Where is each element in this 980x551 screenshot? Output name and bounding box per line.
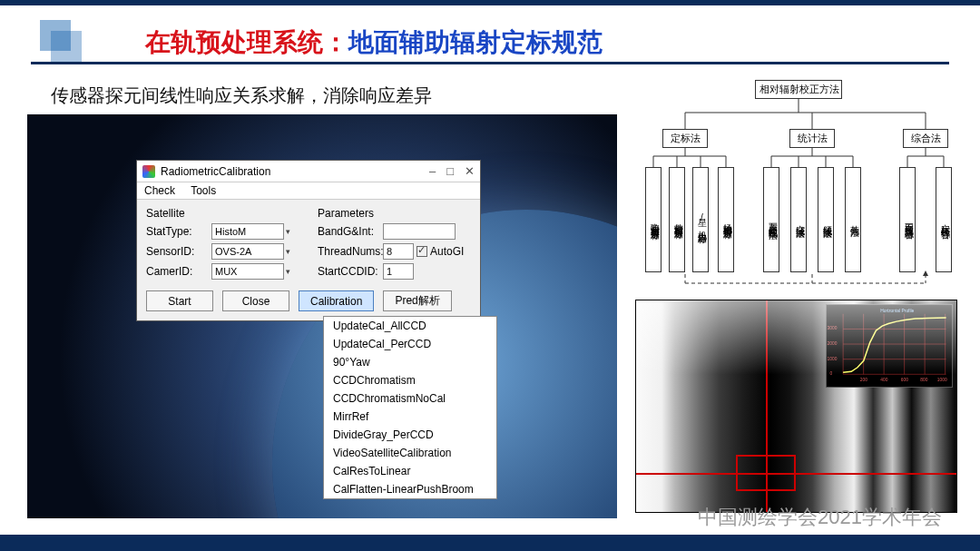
- crosshair-v: [766, 300, 768, 512]
- leaf-c1: 不同校正算法融合: [899, 167, 916, 272]
- title-part-red: 在轨预处理系统：: [145, 28, 348, 56]
- slide-title: 在轨预处理系统：地面辅助辐射定标规范: [145, 25, 603, 60]
- leaf-c2: 定标与统计综合: [936, 167, 952, 272]
- dropdown-item[interactable]: CCDChromatism: [324, 371, 496, 389]
- calibration-dialog: RadiometricCalibration – □ ✕ Check Tools…: [136, 160, 481, 321]
- selection-box: [736, 455, 796, 491]
- diagram-branch-c: 综合法: [903, 129, 948, 148]
- diagram-branch-a: 定标法: [662, 129, 708, 148]
- start-button[interactable]: Start: [146, 290, 213, 311]
- diagram-root: 相对辐射校正方法: [755, 80, 842, 99]
- close-button[interactable]: Close: [222, 290, 289, 311]
- bandint-input[interactable]: [383, 223, 456, 240]
- dialog-title-text: RadiometricCalibration: [161, 165, 270, 178]
- camerid-label: CamerID:: [146, 265, 211, 278]
- title-part-blue: 地面辅助辐射定标规范: [348, 28, 603, 56]
- dropdown-item[interactable]: UpdateCal_PerCCD: [324, 335, 496, 353]
- title-underline: [31, 62, 949, 64]
- leaf-a2: 室外相对辐射定标: [669, 167, 685, 272]
- app-icon: [142, 165, 155, 178]
- footer-watermark: 中国测绘学会2021学术年会: [698, 504, 942, 531]
- slide-bottom-bar: [0, 535, 980, 551]
- dialog-menubar: Check Tools: [137, 182, 480, 200]
- menu-check[interactable]: Check: [144, 184, 175, 197]
- menu-tools[interactable]: Tools: [191, 184, 216, 197]
- svg-text:0: 0: [829, 371, 832, 376]
- svg-rect-26: [828, 305, 952, 387]
- calibration-button[interactable]: Calibration: [299, 290, 374, 311]
- leaf-b2: 空域滤波法: [790, 167, 807, 272]
- autogi-checkbox[interactable]: [416, 246, 427, 257]
- diagram-branch-b: 统计法: [789, 129, 835, 148]
- group-parameters-legend: Parameters: [318, 207, 471, 220]
- horizontal-profile-plot: 0 1000 2000 3000 200 400 600 800 1000 Ho…: [826, 304, 953, 388]
- calibration-dropdown[interactable]: UpdateCal_AllCCD UpdateCal_PerCCD 90°Yaw…: [323, 316, 497, 499]
- histogram-preview: 0 1000 2000 3000 200 400 600 800 1000 Ho…: [635, 300, 957, 513]
- bandint-label: BandG&Int:: [318, 225, 383, 238]
- sensorid-input[interactable]: [211, 243, 284, 260]
- svg-text:1000: 1000: [937, 378, 947, 382]
- leaf-a4: 场地相对辐射定标: [718, 167, 734, 272]
- svg-text:2000: 2000: [828, 341, 838, 346]
- leaf-a1: 实验室相对辐射定标: [645, 167, 662, 272]
- autogi-label: AutoGI: [430, 245, 464, 258]
- svg-text:3000: 3000: [828, 326, 838, 330]
- maximize-icon[interactable]: □: [446, 164, 454, 178]
- svg-text:1000: 1000: [828, 357, 838, 361]
- threadnums-input[interactable]: [383, 243, 414, 260]
- slide-subtitle: 传感器探元间线性响应关系求解，消除响应差异: [51, 84, 432, 108]
- chevron-down-icon[interactable]: ▾: [286, 247, 290, 256]
- startccd-input[interactable]: [383, 263, 414, 280]
- dropdown-item[interactable]: CCDChromatismNoCal: [324, 389, 496, 408]
- sensorid-label: SensorID:: [146, 245, 211, 258]
- leaf-b3: 频域滤波法: [818, 167, 834, 272]
- dropdown-item[interactable]: 90°Yaw: [324, 353, 496, 371]
- camerid-input[interactable]: [211, 263, 284, 280]
- dropdown-item[interactable]: CalResToLinear: [324, 462, 496, 480]
- chevron-down-icon[interactable]: ▾: [286, 267, 290, 276]
- method-diagram: 相对辐射校正方法 定标法 统计法 综合法 实验室相对辐射定标 室外相对辐射定标 …: [635, 76, 962, 290]
- dialog-titlebar[interactable]: RadiometricCalibration – □ ✕: [137, 161, 480, 182]
- svg-text:400: 400: [880, 378, 887, 382]
- close-icon[interactable]: ✕: [465, 164, 475, 178]
- svg-text:800: 800: [920, 378, 927, 382]
- leaf-b1: 灰度归一化或匹配法: [763, 167, 779, 272]
- profile-title: Horizontal Profile: [880, 309, 914, 313]
- logo-icon: [40, 20, 85, 65]
- crosshair-h: [636, 473, 956, 475]
- dropdown-item[interactable]: CalFlatten-LinearPushBroom: [324, 480, 496, 498]
- svg-text:600: 600: [901, 378, 908, 382]
- embedded-screenshot: RadiometricCalibration – □ ✕ Check Tools…: [27, 114, 617, 518]
- minimize-icon[interactable]: –: [429, 164, 436, 178]
- leaf-a3: 星/机上内定标: [692, 167, 709, 272]
- chevron-down-icon[interactable]: ▾: [286, 227, 290, 236]
- svg-text:200: 200: [860, 378, 867, 382]
- dropdown-item[interactable]: MirrRef: [324, 408, 496, 426]
- threadnums-label: ThreadNums:: [318, 245, 383, 258]
- stattype-input[interactable]: [211, 223, 284, 240]
- dropdown-item[interactable]: DivideGray_PerCCD: [324, 426, 496, 444]
- dropdown-item[interactable]: VideoSatelliteCalibration: [324, 444, 496, 462]
- group-satellite-legend: Satellite: [146, 207, 299, 220]
- svg-marker-25: [923, 271, 928, 276]
- leaf-b4: 其他方法: [845, 167, 861, 272]
- startccd-label: StartCCDID:: [318, 265, 383, 278]
- dropdown-item[interactable]: UpdateCal_AllCCD: [324, 317, 496, 335]
- stattype-label: StatType:: [146, 225, 211, 238]
- slide-top-bar: [0, 0, 980, 5]
- pred-button[interactable]: Pred解析: [383, 290, 451, 311]
